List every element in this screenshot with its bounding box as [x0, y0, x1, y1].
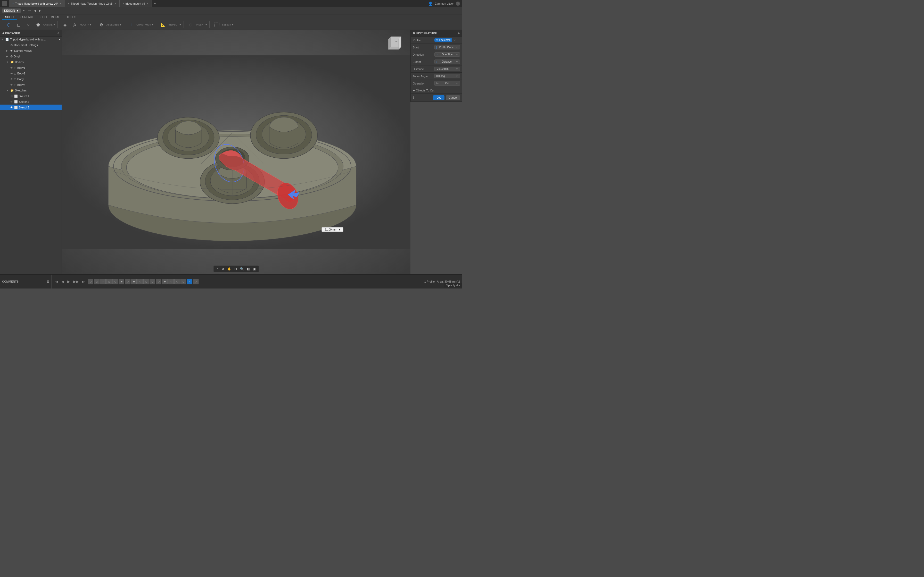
- panel-expand-btn[interactable]: ▶: [458, 31, 460, 35]
- nav-pan[interactable]: ✋: [226, 267, 232, 271]
- timeline-item-16[interactable]: ✂: [187, 279, 192, 284]
- timeline-item-10[interactable]: ⬡: [150, 279, 155, 284]
- tool-construct[interactable]: ⟂: [127, 21, 136, 28]
- tree-item-named-views[interactable]: ▶ 👁 Named Views: [0, 48, 61, 53]
- tool-modify-press-pull[interactable]: ◈: [60, 21, 69, 28]
- tab-tripod-hyperboloid[interactable]: ● Tripod Hyperboloid with screw v4* ✕: [9, 0, 65, 7]
- tree-toggle-sketches[interactable]: ▼: [6, 89, 9, 92]
- tab-tripod-mount[interactable]: ● tripod mount v9 ✕: [120, 0, 152, 7]
- operation-dropdown[interactable]: ✂ Cut ▼: [435, 81, 460, 86]
- tab-tripod-tension[interactable]: ● Tripod Head Tension Hinge v2 v5 ✕: [65, 0, 120, 7]
- help-button[interactable]: ?: [456, 2, 460, 6]
- tab-add-button[interactable]: +: [152, 1, 158, 6]
- timeline-item-4[interactable]: ⬡: [112, 279, 118, 284]
- eye-icon-sketch3[interactable]: 👁: [10, 106, 13, 109]
- eye-icon-sketch1[interactable]: 👁: [10, 95, 13, 98]
- tree-item-bodies[interactable]: ▼ 📁 Bodies: [0, 59, 61, 65]
- start-dropdown[interactable]: | Profile Plane ▼: [435, 45, 460, 50]
- tool-create-revolve[interactable]: ◻: [14, 21, 23, 28]
- nav-zoom-fit[interactable]: ⊡: [233, 267, 238, 271]
- tab-solid[interactable]: SOLID: [2, 15, 17, 19]
- timeline-item-3[interactable]: ◻: [106, 279, 112, 284]
- tree-toggle-named-views[interactable]: ▶: [6, 50, 9, 52]
- timeline-item-17[interactable]: ⬡: [193, 279, 199, 284]
- timeline-item-1[interactable]: ◻: [94, 279, 100, 284]
- tab-close-0[interactable]: ✕: [60, 2, 61, 5]
- clear-selection-btn[interactable]: ✕: [453, 39, 456, 42]
- tool-insert[interactable]: ⊕: [186, 21, 195, 28]
- tool-assemble[interactable]: ⚙: [97, 21, 106, 28]
- tree-item-origin[interactable]: ▶ ✛ Origin: [0, 53, 61, 59]
- timeline-item-12[interactable]: ⬟: [162, 279, 168, 284]
- tree-item-root[interactable]: ▼ 📄 Tripod Hyperboloid with sc... ●: [0, 37, 61, 42]
- tool-select[interactable]: [212, 22, 221, 28]
- nav-zoom-in[interactable]: 🔍: [239, 267, 245, 271]
- timeline-item-7[interactable]: ⬟: [131, 279, 137, 284]
- tool-inspect[interactable]: 📐: [159, 21, 168, 28]
- nav-display-mode[interactable]: ◧: [246, 267, 251, 271]
- undo-button[interactable]: ↩: [22, 8, 26, 13]
- measure-label[interactable]: -21.00 mm ▼: [321, 227, 343, 232]
- distance-dropdown[interactable]: -21.00 mm ▼: [435, 67, 460, 71]
- timeline-item-2[interactable]: ⬡: [100, 279, 106, 284]
- tree-toggle-root[interactable]: ▼: [1, 38, 4, 41]
- tree-item-sketch1[interactable]: 👁 ⬜ Sketch1: [0, 93, 61, 99]
- tool-create-sweep[interactable]: ○: [24, 21, 33, 28]
- timeline-play-btn[interactable]: ▶: [66, 279, 71, 284]
- view-cube[interactable]: TOP: [386, 34, 406, 55]
- tool-create-loft[interactable]: ⬟: [34, 21, 43, 28]
- timeline-end-btn[interactable]: ⏭: [81, 279, 87, 284]
- measure-dropdown-icon[interactable]: ▼: [338, 228, 341, 231]
- tab-tools[interactable]: TOOLS: [63, 15, 79, 19]
- timeline-item-5[interactable]: ⬟: [119, 279, 124, 284]
- tree-item-doc-settings[interactable]: ▶ ⚙ Document Settings: [0, 42, 61, 48]
- tree-item-body4[interactable]: 👁 ◻ Body4: [0, 82, 61, 88]
- nav-visual-style[interactable]: ▣: [252, 267, 257, 271]
- tree-item-sketches[interactable]: ▼ 📁 Sketches: [0, 88, 61, 93]
- nav-home[interactable]: ⌂: [215, 267, 220, 271]
- browser-settings-btn[interactable]: ⚙: [57, 32, 60, 34]
- redo-button[interactable]: ↪: [27, 8, 32, 13]
- taper-dropdown[interactable]: 0.0 deg ▼: [435, 74, 460, 78]
- timeline-item-13[interactable]: ⬡: [168, 279, 174, 284]
- main-viewport[interactable]: -21.00 mm ▼ TOP ⌂ ↺ ✋ ⊡ 🔍 ◧ ▣: [62, 30, 410, 274]
- eye-icon-body2[interactable]: 👁: [10, 72, 13, 75]
- nav-back[interactable]: ◀: [33, 8, 37, 13]
- tab-surface[interactable]: SURFACE: [17, 15, 37, 19]
- timeline-item-6[interactable]: ⬡: [125, 279, 131, 284]
- nav-forward[interactable]: ▶: [38, 8, 42, 13]
- eye-icon-body3[interactable]: 👁: [10, 78, 13, 81]
- tool-modify-fx[interactable]: fx: [70, 21, 79, 28]
- tree-item-sketch2[interactable]: 👁 ⬜ Sketch2: [0, 99, 61, 105]
- selected-badge[interactable]: ⬡ 1 selected: [435, 39, 452, 42]
- timeline-item-15[interactable]: ◻: [181, 279, 186, 284]
- timeline-prev-btn[interactable]: ◀: [60, 279, 65, 284]
- direction-dropdown[interactable]: ↔ One Side ▼: [435, 52, 460, 56]
- tab-close-1[interactable]: ✕: [114, 2, 116, 5]
- cancel-button[interactable]: Cancel: [446, 95, 460, 100]
- tab-close-2[interactable]: ✕: [147, 2, 149, 5]
- timeline-item-8[interactable]: ⬡: [137, 279, 143, 284]
- extent-dropdown[interactable]: ↕ Distance ▼: [435, 60, 460, 64]
- eye-icon-body1[interactable]: 👁: [10, 66, 13, 69]
- tree-item-body3[interactable]: 👁 ◻ Body3: [0, 76, 61, 82]
- browser-collapse-icon[interactable]: ◀: [2, 31, 4, 35]
- tree-toggle-origin[interactable]: ▶: [6, 55, 9, 58]
- timeline-item-11[interactable]: ⬡: [156, 279, 162, 284]
- timeline-next-btn[interactable]: ▶▶: [72, 279, 80, 284]
- comments-expand-btn[interactable]: ⊞: [47, 280, 49, 283]
- timeline-item-14[interactable]: ⬡: [174, 279, 180, 284]
- timeline-item-9[interactable]: ◻: [143, 279, 149, 284]
- ok-button[interactable]: OK: [433, 95, 444, 100]
- nav-orbit[interactable]: ↺: [221, 267, 225, 271]
- eye-icon-body4[interactable]: 👁: [10, 84, 13, 86]
- tree-item-body1[interactable]: 👁 ◻ Body1: [0, 65, 61, 71]
- tab-sheet-metal[interactable]: SHEET METAL: [37, 15, 63, 19]
- tree-item-sketch3[interactable]: 👁 ⬜ Sketch3: [0, 105, 61, 110]
- tree-toggle-bodies[interactable]: ▼: [6, 61, 9, 63]
- tool-create-extrude[interactable]: ⬡: [4, 21, 13, 28]
- design-dropdown[interactable]: DESIGN ▼: [2, 8, 21, 13]
- timeline-beginning-btn[interactable]: ⏮: [53, 279, 59, 284]
- objects-to-cut-header[interactable]: ▶ Objects To Cut: [411, 87, 462, 94]
- tree-item-body2[interactable]: 👁 ◻ Body2: [0, 71, 61, 76]
